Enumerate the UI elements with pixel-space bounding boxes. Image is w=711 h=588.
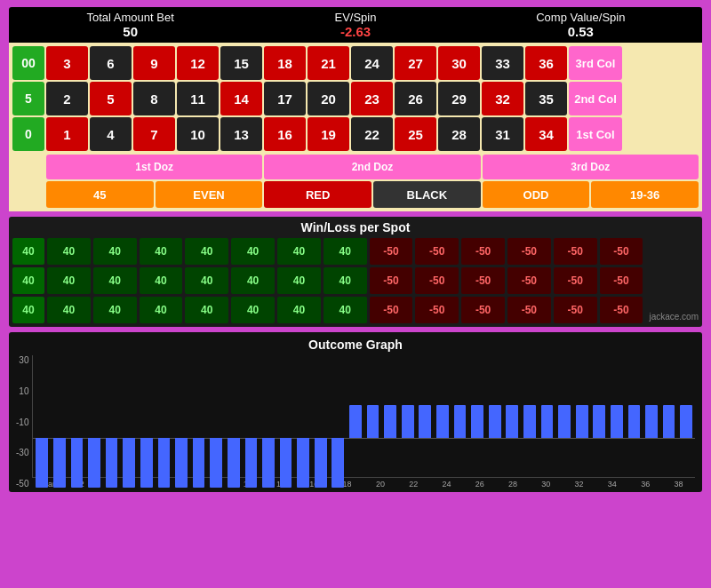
y-axis-label: 30	[16, 355, 28, 365]
num-cell-8[interactable]: 8	[133, 82, 175, 115]
num-cell-34[interactable]: 34	[525, 117, 567, 151]
bar-group	[85, 355, 103, 477]
bar-group	[156, 355, 173, 477]
num-cell-35[interactable]: 35	[525, 82, 567, 115]
num-cell-28[interactable]: 28	[438, 117, 480, 151]
num-cell-6[interactable]: 6	[90, 46, 132, 80]
col-label-1[interactable]: 2nd Col	[569, 82, 622, 115]
x-axis-label: 36	[629, 480, 662, 489]
num-cell-2[interactable]: 2	[46, 82, 88, 115]
num-cell-19[interactable]: 19	[308, 117, 349, 151]
bar	[158, 438, 171, 488]
comp-label: Comp Value/Spin	[468, 11, 693, 24]
num-cell-12[interactable]: 12	[177, 46, 219, 80]
bar	[576, 405, 588, 439]
zero-cell[interactable]: 00	[12, 46, 44, 80]
dozen-cell-0[interactable]: 1st Doz	[46, 155, 262, 179]
bar	[489, 405, 501, 439]
num-cell-26[interactable]: 26	[395, 82, 436, 115]
graph-section: Outcome Graph 3010-10-30-50 Start2468101…	[9, 332, 702, 492]
bar	[645, 405, 658, 439]
bar-group	[138, 355, 156, 477]
num-cell-15[interactable]: 15	[220, 46, 262, 80]
num-cell-9[interactable]: 9	[133, 46, 175, 80]
wl-cell-2-5: 40	[277, 297, 321, 323]
bar-group	[626, 355, 643, 477]
bet-cell-5[interactable]: 19-36	[591, 181, 699, 208]
winloss-zeros: 404040	[12, 238, 44, 323]
num-cell-24[interactable]: 24	[351, 46, 393, 80]
bar-group	[243, 355, 260, 477]
dozen-cell-2[interactable]: 3rd Doz	[483, 155, 699, 179]
num-cell-22[interactable]: 22	[351, 117, 393, 151]
bar-group	[277, 355, 295, 477]
bar-group	[225, 355, 243, 477]
wl-cell-0-10: -50	[507, 238, 551, 265]
num-cell-21[interactable]: 21	[308, 46, 349, 80]
bar-group	[539, 355, 556, 477]
num-cell-4[interactable]: 4	[90, 117, 132, 151]
bar-group	[555, 355, 573, 477]
num-cell-17[interactable]: 17	[264, 82, 306, 115]
col-label-2[interactable]: 1st Col	[569, 117, 622, 151]
num-cell-11[interactable]: 11	[177, 82, 219, 115]
num-cell-36[interactable]: 36	[525, 46, 567, 80]
bar	[593, 405, 605, 439]
winloss-section: Win/Loss per Spot 40404040404040404040-5…	[9, 217, 702, 327]
x-axis-label: 22	[397, 480, 430, 489]
watermark: jackace.com	[645, 238, 699, 323]
bar	[611, 405, 623, 439]
ev-block: EV/Spin -2.63	[243, 11, 467, 39]
bar	[280, 438, 292, 488]
col-label-0[interactable]: 3rd Col	[569, 46, 622, 80]
bar	[680, 405, 692, 439]
bar	[228, 438, 240, 488]
num-cell-16[interactable]: 16	[264, 117, 306, 151]
total-bet-label: Total Amount Bet	[18, 11, 243, 24]
zero-cell[interactable]: 5	[12, 82, 44, 115]
num-cell-30[interactable]: 30	[438, 46, 480, 80]
zero-cell[interactable]: 0	[12, 117, 44, 151]
num-cell-13[interactable]: 13	[220, 117, 262, 151]
dozen-cell-1[interactable]: 2nd Doz	[264, 155, 480, 179]
bet-cell-2[interactable]: RED	[264, 181, 371, 208]
bet-cell-0[interactable]: 45	[46, 181, 154, 208]
num-cell-25[interactable]: 25	[395, 117, 436, 151]
num-cell-31[interactable]: 31	[482, 117, 523, 151]
num-cell-14[interactable]: 14	[220, 82, 262, 115]
bet-cell-1[interactable]: EVEN	[156, 181, 263, 208]
num-cell-23[interactable]: 23	[351, 82, 393, 115]
bar-group	[51, 355, 68, 477]
bar	[384, 405, 396, 439]
num-cell-5[interactable]: 5	[90, 82, 132, 115]
bar	[140, 438, 153, 488]
num-cell-32[interactable]: 32	[482, 82, 523, 115]
wl-cell-1-6: 40	[324, 267, 367, 294]
num-cell-7[interactable]: 7	[133, 117, 175, 151]
bar	[262, 438, 275, 488]
bar	[245, 438, 258, 488]
winloss-title: Win/Loss per Spot	[12, 220, 699, 234]
wl-cell-0-7: -50	[370, 238, 413, 265]
bar-group	[33, 355, 51, 477]
bar-group	[207, 355, 225, 477]
num-cell-18[interactable]: 18	[264, 46, 306, 80]
num-cell-33[interactable]: 33	[482, 46, 523, 80]
wl-cell-2-4: 40	[231, 297, 275, 323]
bar	[541, 405, 554, 439]
num-cell-27[interactable]: 27	[395, 46, 436, 80]
roulette-table: 003691215182124273033363rd Col5258111417…	[9, 43, 702, 155]
num-cell-10[interactable]: 10	[177, 117, 219, 151]
bar-group	[451, 355, 469, 477]
wl-cell-1-1: 40	[93, 267, 137, 294]
num-cell-3[interactable]: 3	[46, 46, 88, 80]
bar	[454, 405, 467, 439]
bars-wrapper	[32, 355, 695, 478]
num-cell-1[interactable]: 1	[46, 117, 88, 151]
wl-zero-2: 40	[12, 297, 44, 323]
num-cell-29[interactable]: 29	[438, 82, 480, 115]
num-cell-20[interactable]: 20	[308, 82, 349, 115]
wl-cell-1-12: -50	[600, 267, 643, 294]
bet-cell-3[interactable]: BLACK	[373, 181, 481, 208]
bet-cell-4[interactable]: ODD	[483, 181, 590, 208]
